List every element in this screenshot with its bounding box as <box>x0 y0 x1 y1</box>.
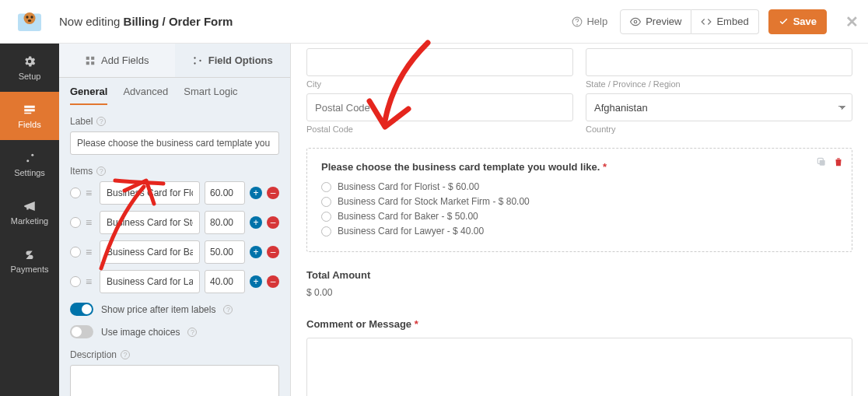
svg-point-3 <box>30 16 33 18</box>
item-row: ≡ + – <box>70 181 279 205</box>
preview-button[interactable]: Preview <box>620 9 691 34</box>
save-button[interactable]: Save <box>768 9 827 34</box>
rail-settings-label: Settings <box>14 168 45 177</box>
choice-option[interactable]: Business Card for Lawyer - $ 40.00 <box>321 226 838 237</box>
remove-item-button[interactable]: – <box>267 275 279 288</box>
remove-item-button[interactable]: – <box>267 246 279 258</box>
item-default-radio[interactable] <box>70 276 81 287</box>
svg-rect-9 <box>24 109 35 111</box>
rail-settings[interactable]: Settings <box>0 140 59 188</box>
country-sublabel: Country <box>586 124 852 134</box>
rail-fields-label: Fields <box>18 120 40 129</box>
add-item-button[interactable]: + <box>250 275 262 288</box>
help-icon[interactable]: ? <box>96 166 106 176</box>
drag-handle-icon[interactable]: ≡ <box>86 217 95 228</box>
svg-rect-8 <box>24 106 35 108</box>
item-default-radio[interactable] <box>70 187 81 198</box>
state-sublabel: State / Province / Region <box>586 79 852 89</box>
editing-caption: Now editing Billing / Order Form <box>59 15 233 28</box>
toggle-image-choices[interactable] <box>70 325 93 338</box>
svg-point-1 <box>24 12 36 24</box>
svg-point-2 <box>26 16 28 18</box>
add-item-button[interactable]: + <box>250 216 262 229</box>
item-name-input[interactable] <box>100 181 200 205</box>
choice-option[interactable]: Business Card for Florist - $ 60.00 <box>321 181 838 192</box>
rail-payments[interactable]: Payments <box>0 237 59 285</box>
help-icon[interactable]: ? <box>187 328 197 337</box>
rail-marketing-label: Marketing <box>11 216 48 226</box>
drag-handle-icon[interactable]: ≡ <box>86 247 95 258</box>
toggle-show-price[interactable] <box>70 303 93 316</box>
selected-field-block[interactable]: Please choose the business card template… <box>306 148 852 252</box>
svg-point-11 <box>31 154 33 156</box>
svg-point-4 <box>28 19 32 22</box>
description-caption: Description? <box>70 349 279 360</box>
svg-rect-20 <box>820 160 825 166</box>
svg-point-6 <box>577 24 578 25</box>
label-input[interactable] <box>70 131 279 155</box>
total-value: $ 0.00 <box>306 287 852 298</box>
embed-button[interactable]: Embed <box>691 9 758 34</box>
svg-point-12 <box>26 159 29 162</box>
item-row: ≡ + – <box>70 270 279 293</box>
comment-label: Comment or Message * <box>306 318 852 330</box>
postal-input[interactable] <box>306 93 573 121</box>
wpforms-logo <box>16 8 44 36</box>
item-price-input[interactable] <box>205 211 245 234</box>
tab-add-fields[interactable]: Add Fields <box>59 44 175 77</box>
label-caption: Label? <box>70 116 279 127</box>
item-price-input[interactable] <box>205 240 245 264</box>
help-icon[interactable]: ? <box>121 350 130 359</box>
field-title: Please choose the business card template… <box>321 161 607 173</box>
add-item-button[interactable]: + <box>250 246 262 258</box>
help-icon[interactable]: ? <box>223 305 233 314</box>
svg-point-18 <box>199 59 201 61</box>
item-price-input[interactable] <box>205 181 245 205</box>
duplicate-icon[interactable] <box>816 156 827 167</box>
toggle-show-price-label: Show price after item labels <box>101 304 215 315</box>
postal-sublabel: Postal Code <box>306 124 573 134</box>
tab-field-options[interactable]: Field Options <box>175 44 291 77</box>
svg-point-7 <box>634 20 637 23</box>
item-row: ≡ + – <box>70 211 279 234</box>
items-caption: Items? <box>70 166 279 177</box>
description-textarea[interactable] <box>70 365 279 396</box>
trash-icon[interactable] <box>833 156 844 167</box>
rail-fields[interactable]: Fields <box>0 92 59 140</box>
help-link[interactable]: Help <box>572 16 607 27</box>
drag-handle-icon[interactable]: ≡ <box>86 187 95 198</box>
svg-rect-16 <box>91 61 94 65</box>
svg-point-17 <box>194 57 195 58</box>
item-default-radio[interactable] <box>70 247 81 258</box>
svg-point-19 <box>194 62 195 64</box>
toggle-image-choices-label: Use image choices <box>101 327 180 338</box>
item-name-input[interactable] <box>100 211 200 234</box>
add-item-button[interactable]: + <box>250 187 262 199</box>
subtab-general[interactable]: General <box>70 86 107 105</box>
item-name-input[interactable] <box>100 240 200 264</box>
state-input[interactable] <box>586 48 852 76</box>
subtab-smart-logic[interactable]: Smart Logic <box>184 86 237 105</box>
subtab-advanced[interactable]: Advanced <box>123 86 168 105</box>
item-price-input[interactable] <box>205 270 245 293</box>
item-row: ≡ + – <box>70 240 279 264</box>
item-name-input[interactable] <box>100 270 200 293</box>
help-icon[interactable]: ? <box>96 117 106 126</box>
city-input[interactable] <box>306 48 573 76</box>
item-default-radio[interactable] <box>70 217 81 228</box>
total-label: Total Amount <box>306 269 852 281</box>
comment-textarea[interactable] <box>306 338 852 396</box>
remove-item-button[interactable]: – <box>267 187 279 199</box>
rail-setup-label: Setup <box>19 72 41 81</box>
rail-setup[interactable]: Setup <box>0 44 59 92</box>
svg-rect-10 <box>24 113 31 114</box>
country-select[interactable]: Afghanistan <box>586 93 852 121</box>
remove-item-button[interactable]: – <box>267 216 279 229</box>
drag-handle-icon[interactable]: ≡ <box>86 276 95 287</box>
close-icon[interactable]: ✕ <box>845 12 859 31</box>
rail-marketing[interactable]: Marketing <box>0 188 59 237</box>
rail-payments-label: Payments <box>11 265 49 274</box>
choice-option[interactable]: Business Card for Stock Market Firm - $ … <box>321 196 838 207</box>
choice-option[interactable]: Business Card for Baker - $ 50.00 <box>321 211 838 222</box>
svg-rect-13 <box>86 56 89 59</box>
